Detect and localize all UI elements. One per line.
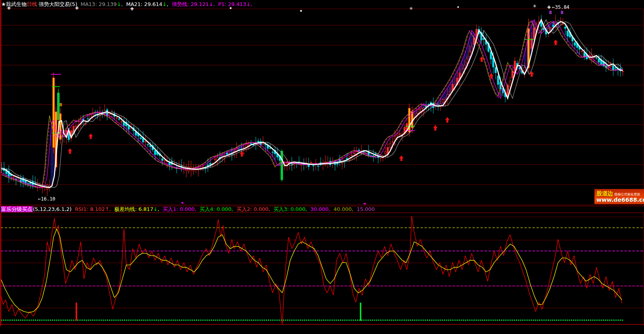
watermark-brand: 股道边	[596, 191, 613, 197]
price-grid	[1, 9, 643, 205]
svg-text:B: B	[60, 102, 62, 107]
price-labels: ←16.10←35.84	[38, 4, 569, 202]
const-40: 40.000,	[333, 206, 353, 212]
qiangshi-down-arrow-icon: ↓,	[209, 1, 215, 7]
qiangshi-value: 强势线: 29.121	[171, 1, 209, 7]
period-label[interactable]: 日线	[27, 1, 37, 7]
indicator-grid	[1, 217, 643, 308]
watermark-tagline: 指标公式量化资源	[614, 193, 640, 196]
svg-text:●: ●	[457, 6, 459, 8]
stock-chart-window: ✚✚✚◆◆✳●✳✚BBB◄◄←16.10←35.84 ★我武生物日线 强势大阳交…	[0, 0, 644, 334]
buy1-value: 买入1: 0.000,	[163, 206, 196, 212]
svg-text:B: B	[561, 10, 564, 15]
svg-text:←16.10: ←16.10	[38, 196, 55, 202]
indicator-chart[interactable]	[0, 213, 644, 326]
svg-text:✳: ✳	[532, 4, 536, 9]
ma13-down-arrow-icon: ↓	[117, 1, 121, 7]
svg-text:✳: ✳	[409, 6, 413, 11]
svg-text:B: B	[549, 10, 552, 15]
buy4-value: 买入4: 0.000,	[199, 206, 233, 212]
svg-text:◆: ◆	[300, 9, 302, 12]
indicator-panel-header: 富乐分级买点(5,12,23,6.1,2) RSI1: 8.102↑, 极差均线…	[0, 206, 644, 213]
indicator-borders	[0, 213, 644, 326]
svg-text:◄: ◄	[363, 201, 366, 205]
p1-value: P1: 29.413	[218, 1, 246, 7]
buy2-value: 买入2: 0.000,	[237, 206, 270, 212]
const-30: 30.000,	[310, 206, 330, 212]
jicha-down-arrow-icon: ↓	[153, 206, 158, 212]
price-chart[interactable]: ✚✚✚◆◆✳●✳✚BBB◄◄←16.10←35.84	[0, 0, 644, 206]
rsi1-value: RSI1: 8.102	[75, 206, 105, 212]
buy3-value: 买入3: 0.000,	[273, 206, 307, 212]
const-15: 15.000	[357, 206, 375, 212]
indicator-name[interactable]: 富乐分级买点	[1, 206, 33, 212]
watermark-url: www.de6688.com	[596, 197, 644, 203]
ma13-value: MA13: 29.139	[80, 1, 117, 7]
ma21-down-arrow-icon: ↓	[162, 1, 167, 7]
rsi1-up-arrow-icon: ↑,	[105, 206, 111, 212]
svg-text:←35.84: ←35.84	[552, 4, 569, 10]
stock-title[interactable]: ★我武生物	[1, 1, 27, 7]
svg-text:✚: ✚	[547, 5, 550, 10]
main-indicator-name[interactable]: 强势大阳交易(5)	[39, 1, 77, 7]
indicator-params: (5,12,23,6.1,2)	[33, 206, 72, 212]
price-panel-header: ★我武生物日线 强势大阳交易(5) MA13: 29.139↓, MA21: 2…	[1, 1, 252, 8]
svg-text:◄: ◄	[181, 201, 183, 205]
special-candles	[53, 19, 530, 182]
p1-down-arrow-icon: ↓,	[246, 1, 252, 7]
ma21-value: MA21: 29.614	[126, 1, 162, 7]
watermark-ad[interactable]: 股道边 指标公式量化资源 www.de6688.com	[594, 189, 644, 204]
signal-bars	[76, 303, 361, 321]
jicha-value: 极差均线: 6.817	[114, 206, 154, 212]
